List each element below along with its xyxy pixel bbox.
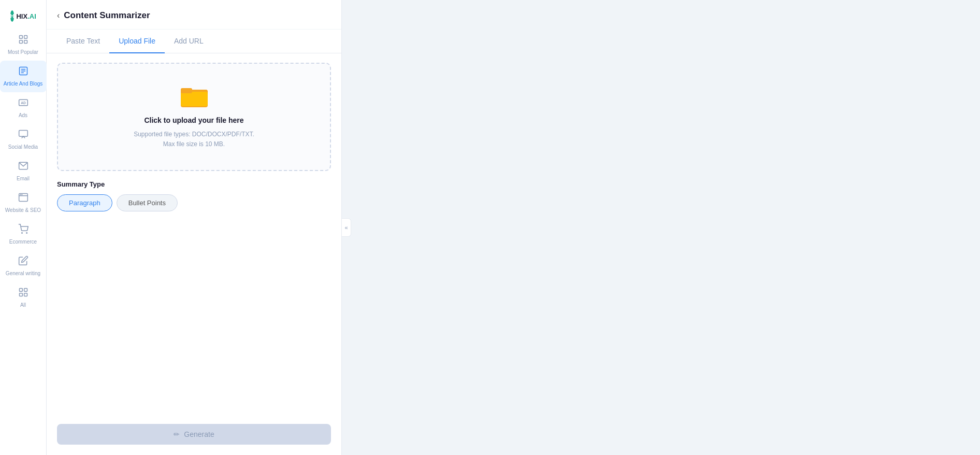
summary-option-bullet-points[interactable]: Bullet Points [117,194,178,211]
sidebar-item-article-and-blogs[interactable]: Article And Blogs [0,61,47,92]
summary-type-label: Summary Type [57,180,331,188]
svg-point-16 [21,233,22,234]
logo-text: HIX.AI [16,12,36,20]
svg-text:AD: AD [21,101,26,105]
logo-icon: H [10,10,15,22]
article-blogs-icon [18,66,28,79]
summary-options: Paragraph Bullet Points [57,194,331,211]
sidebar-item-general-writing[interactable]: General writing [0,250,47,282]
social-media-icon [18,129,28,142]
all-icon [18,287,28,300]
most-popular-icon [18,34,28,47]
sidebar-item-most-popular[interactable]: Most Popular [0,29,47,61]
sidebar-item-all-label: All [20,302,26,308]
sidebar-item-social-media-label: Social Media [8,144,38,150]
sidebar-item-article-blogs-label: Article And Blogs [4,81,43,87]
sidebar-item-ecommerce[interactable]: Ecommerce [0,219,47,250]
upload-hint-line1: Supported file types: DOC/DOCX/PDF/TXT. [134,131,254,138]
summary-type-section: Summary Type Paragraph Bullet Points [47,180,341,221]
svg-rect-21 [24,293,27,296]
tab-upload-file[interactable]: Upload File [109,30,165,53]
generate-button[interactable]: ✏ Generate [57,424,331,445]
logo: H HIX.AI [0,5,47,29]
svg-rect-20 [19,293,22,296]
summary-option-paragraph[interactable]: Paragraph [57,194,112,211]
upload-hint-line2: Max file size is 10 MB. [163,140,225,148]
main-content: ‹ Content Summarizer Paste Text Upload F… [47,0,342,455]
sidebar-item-all[interactable]: All [0,282,47,314]
sidebar-item-ecommerce-label: Ecommerce [9,239,37,245]
generate-label: Generate [184,430,214,438]
back-button[interactable]: ‹ [57,11,60,20]
svg-point-17 [26,233,27,234]
svg-rect-2 [19,40,22,44]
svg-rect-1 [24,36,27,39]
upload-click-label: Click to upload your file here [144,116,243,124]
tab-add-url[interactable]: Add URL [165,30,213,53]
general-writing-icon [18,255,28,268]
svg-rect-3 [24,40,27,44]
ecommerce-icon [18,224,28,237]
tabs-row: Paste Text Upload File Add URL [47,30,341,53]
upload-zone[interactable]: Click to upload your file here Supported… [57,63,331,171]
sidebar-item-email[interactable]: Email [0,155,47,187]
svg-rect-19 [24,289,27,292]
page-title: Content Summarizer [64,10,150,21]
sidebar-item-general-writing-label: General writing [6,271,40,277]
upload-section: Click to upload your file here Supported… [47,53,341,180]
generate-section: ✏ Generate [47,424,341,455]
folder-icon [181,84,208,111]
sidebar-item-most-popular-label: Most Popular [8,49,38,55]
tab-paste-text[interactable]: Paste Text [57,30,109,53]
right-panel: « [342,0,980,455]
sidebar-item-social-media[interactable]: Social Media [0,124,47,155]
svg-rect-0 [19,36,22,39]
sidebar-item-ads-label: Ads [19,112,27,119]
svg-rect-10 [19,131,27,137]
upload-hint: Supported file types: DOC/DOCX/PDF/TXT. … [134,130,254,149]
sidebar: H HIX.AI Most Popular Article And Blogs … [0,0,47,455]
website-seo-icon [18,192,28,205]
svg-rect-18 [19,289,22,292]
svg-rect-25 [181,88,192,93]
sidebar-item-website-seo[interactable]: Website & SEO [0,187,47,219]
sidebar-item-ads[interactable]: AD Ads [0,92,47,124]
sidebar-item-email-label: Email [17,176,30,182]
page-header: ‹ Content Summarizer [47,0,341,30]
email-icon [18,161,28,174]
generate-icon: ✏ [174,430,180,438]
svg-rect-24 [181,92,208,106]
collapse-icon: « [344,224,348,231]
collapse-button[interactable]: « [342,218,351,237]
sidebar-item-website-seo-label: Website & SEO [5,207,41,214]
ads-icon: AD [18,97,28,110]
